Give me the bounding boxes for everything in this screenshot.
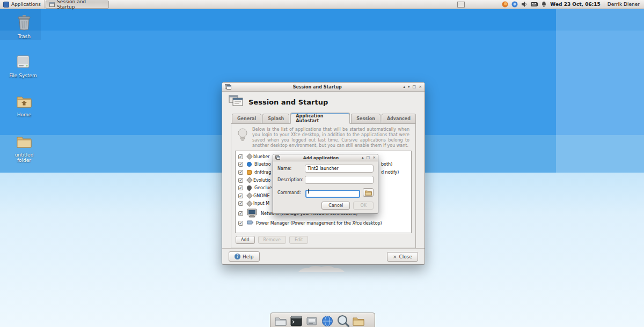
- system-tray: Wed 23 Oct, 06:15 Derrik Diener: [502, 0, 644, 9]
- wallpaper-band-right: [556, 9, 644, 173]
- tab-bar: General Splash Application Autostart Ses…: [231, 112, 416, 123]
- tab-session[interactable]: Session: [351, 114, 380, 123]
- app-generic-icon: [246, 193, 252, 199]
- window-footer: ? Help × Close: [222, 248, 425, 264]
- distro-logo-icon: [3, 2, 9, 8]
- close-window-button[interactable]: × Close: [387, 252, 418, 262]
- window-title: Session and Startup: [231, 85, 403, 90]
- keyboard-icon[interactable]: [531, 2, 538, 7]
- edit-button[interactable]: Edit: [289, 236, 309, 244]
- autostart-description: Below is the list of applications that w…: [252, 127, 409, 148]
- shade-button[interactable]: ▴: [403, 84, 405, 90]
- dock: [270, 313, 375, 327]
- close-icon: ×: [393, 254, 397, 259]
- command-field-label: Command:: [277, 190, 305, 195]
- home-folder-icon: [16, 101, 32, 111]
- checkbox-checked[interactable]: ✓: [238, 194, 243, 198]
- desktop-icon-label: Trash: [9, 34, 40, 39]
- desktop-icon-label: untitled folder: [9, 152, 40, 163]
- app-generic-icon: [246, 154, 252, 160]
- applications-menu-label: Applications: [11, 2, 41, 7]
- tab-advanced[interactable]: Advanced: [382, 114, 416, 123]
- bluetooth-icon: [247, 162, 252, 167]
- desktop: Applications Session and Startup Wed 23 …: [0, 0, 644, 327]
- app-row-power-manager[interactable]: ✓ Power Manager (Power management for th…: [236, 219, 411, 227]
- window-titlebar[interactable]: Session and Startup ▴ ▾ □ ×: [222, 83, 425, 92]
- dock-web-browser-icon[interactable]: [321, 315, 334, 327]
- name-input[interactable]: [305, 165, 374, 173]
- checkbox-checked[interactable]: ✓: [238, 154, 243, 159]
- dialog-titlebar[interactable]: Add application ▴ □ ×: [273, 154, 378, 161]
- dock-search-icon[interactable]: [336, 315, 349, 327]
- checkbox-checked[interactable]: ✓: [238, 201, 243, 206]
- help-button[interactable]: ? Help: [229, 251, 260, 262]
- checkbox-checked[interactable]: ✓: [238, 170, 243, 175]
- checkbox-checked[interactable]: ✓: [238, 162, 243, 167]
- taskbar-button-label: Session and Startup: [57, 0, 105, 10]
- checkbox-checked[interactable]: ✓: [238, 185, 243, 190]
- taskbar-button-session-and-startup[interactable]: Session and Startup: [46, 1, 109, 9]
- dock-file-manager-icon[interactable]: [274, 315, 287, 327]
- add-button[interactable]: Add: [236, 236, 255, 244]
- notifications-bell-icon[interactable]: [541, 1, 547, 8]
- desktop-icon-trash[interactable]: Trash: [9, 14, 40, 39]
- checkbox-checked[interactable]: ✓: [238, 211, 243, 216]
- close-button[interactable]: ×: [419, 84, 422, 90]
- ok-button[interactable]: OK: [353, 202, 374, 210]
- dialog-buttons: Cancel OK: [277, 202, 374, 210]
- maximize-button[interactable]: □: [413, 84, 416, 90]
- lightbulb-icon: [237, 127, 248, 148]
- app-label: Bluetoo: [254, 162, 271, 167]
- dialog-body: Name: Description: Command: Cancel OK: [273, 161, 378, 213]
- dialog-title: Add application: [280, 155, 362, 160]
- app-label: blueber: [253, 154, 270, 159]
- app-generic-icon: [246, 177, 252, 183]
- dialog-close-button[interactable]: ×: [372, 155, 376, 160]
- minimize-button[interactable]: ▾: [408, 84, 410, 90]
- desktop-icon-file-system[interactable]: File System: [8, 54, 39, 78]
- dnfdragora-icon: [247, 170, 252, 175]
- folder-icon: [16, 141, 32, 151]
- dialog-maximize-button[interactable]: □: [367, 155, 370, 160]
- dock-terminal-icon[interactable]: [290, 315, 303, 327]
- desktop-icon-untitled-folder[interactable]: untitled folder: [9, 134, 40, 163]
- description-input[interactable]: [305, 176, 374, 184]
- panel-username[interactable]: Derrik Diener: [604, 2, 640, 7]
- checkbox-checked[interactable]: ✓: [238, 178, 243, 183]
- desktop-icon-label: File System: [8, 73, 39, 78]
- dock-folder-icon[interactable]: [352, 315, 365, 327]
- command-input[interactable]: [305, 190, 360, 198]
- dialog-shade-button[interactable]: ▴: [362, 155, 364, 160]
- volume-icon[interactable]: [521, 1, 528, 8]
- tab-application-autostart[interactable]: Application Autostart: [290, 113, 350, 124]
- tab-general[interactable]: General: [232, 114, 261, 123]
- drive-icon: [16, 62, 31, 72]
- workspace-switcher[interactable]: [457, 2, 465, 8]
- network-tray-icon[interactable]: [511, 1, 518, 8]
- xfce-logo: [298, 264, 345, 274]
- checkbox-checked[interactable]: ✓: [238, 221, 243, 226]
- desktop-icon-label: Home: [9, 112, 40, 117]
- app-label: Geoclue: [254, 185, 272, 190]
- app-label: dnfdrag: [254, 170, 271, 175]
- browser-tray-icon[interactable]: [502, 1, 508, 8]
- desktop-icon-home[interactable]: Home: [9, 94, 40, 117]
- trash-icon: [17, 23, 31, 33]
- battery-icon: [247, 220, 253, 226]
- add-application-dialog: Add application ▴ □ × Name: Description:…: [273, 154, 378, 214]
- app-label: GNOME: [253, 194, 269, 198]
- app-label: Input M: [253, 201, 269, 206]
- applications-menu-button[interactable]: Applications: [0, 0, 45, 9]
- window-header: Session and Startup: [222, 92, 425, 112]
- top-panel: Applications Session and Startup Wed 23 …: [0, 0, 644, 9]
- panel-clock[interactable]: Wed 23 Oct, 06:15: [550, 2, 600, 7]
- remove-button[interactable]: Remove: [258, 236, 286, 244]
- dock-settings-icon[interactable]: [305, 315, 318, 327]
- cancel-button[interactable]: Cancel: [321, 202, 350, 210]
- app-label: Evolutio: [253, 178, 270, 183]
- browse-command-button[interactable]: [363, 188, 374, 197]
- app-generic-icon: [246, 200, 252, 206]
- tab-splash[interactable]: Splash: [262, 114, 289, 123]
- window-titlebar-icon: [225, 84, 231, 90]
- app-label-tail: both): [381, 162, 392, 167]
